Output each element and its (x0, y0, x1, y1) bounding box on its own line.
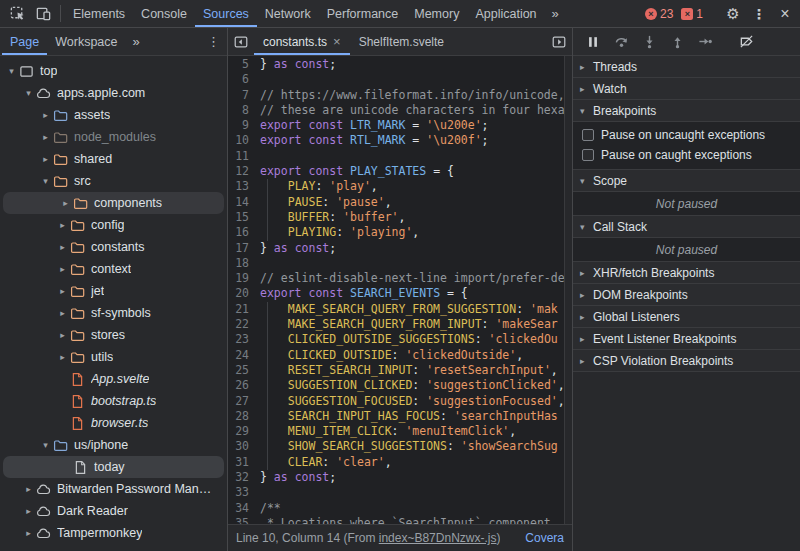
tree-item-context[interactable]: ▸context (0, 258, 227, 280)
line-number[interactable]: 9 (228, 118, 258, 133)
code-line-13[interactable]: 13 PLAY: 'play', (228, 179, 564, 194)
section-dom-breakpoints[interactable]: ▸DOM Breakpoints (573, 284, 800, 306)
code-line-8[interactable]: 8// these are unicode characters in four… (228, 103, 564, 118)
code-line-18[interactable]: 18 (228, 256, 564, 271)
line-number[interactable]: 30 (228, 439, 258, 454)
code-line-20[interactable]: 20export const SEARCH_EVENTS = { (228, 286, 564, 301)
code-line-9[interactable]: 9export const LTR_MARK = '\u200e'; (228, 118, 564, 133)
code-editor[interactable]: 5} as const;67// https://www.fileformat.… (228, 56, 572, 524)
line-number[interactable]: 19 (228, 271, 258, 286)
file-tab-constants-ts[interactable]: constants.ts× (254, 28, 350, 55)
code-line-30[interactable]: 30 SHOW_SEARCH_SUGGESTIONS: 'showSearchS… (228, 439, 564, 454)
code-line-22[interactable]: 22 MAKE_SEARCH_QUERY_FROM_INPUT: 'makeSe… (228, 317, 564, 332)
close-tab-icon[interactable]: × (333, 34, 341, 49)
settings-gear-icon[interactable]: ⚙ (720, 5, 746, 23)
code-line-10[interactable]: 10export const RTL_MARK = '\u200f'; (228, 133, 564, 148)
tree-item-utils[interactable]: ▸utils (0, 346, 227, 368)
device-toolbar-icon[interactable] (30, 0, 56, 27)
code-line-29[interactable]: 29 MENU_ITEM_CLICK: 'menuItemClick', (228, 424, 564, 439)
line-number[interactable]: 20 (228, 286, 258, 301)
line-number[interactable]: 5 (228, 57, 258, 72)
line-number[interactable]: 31 (228, 455, 258, 470)
tree-item-constants[interactable]: ▸constants (0, 236, 227, 258)
code-line-23[interactable]: 23 CLICKED_OUTSIDE_SUGGESTIONS: 'clicked… (228, 332, 564, 347)
deactivate-breakpoints-icon[interactable] (734, 31, 758, 53)
code-line-5[interactable]: 5} as const; (228, 57, 564, 72)
code-line-6[interactable]: 6 (228, 72, 564, 87)
line-number[interactable]: 13 (228, 179, 258, 194)
tree-item-bootstrap-ts[interactable]: bootstrap.ts (0, 390, 227, 412)
pause-script-icon[interactable] (581, 31, 605, 53)
tree-item-app-svelte[interactable]: App.svelte (0, 368, 227, 390)
line-number[interactable]: 6 (228, 72, 258, 87)
section-csp-violation-breakpoints[interactable]: ▸CSP Violation Breakpoints (573, 350, 800, 372)
close-devtools-icon[interactable]: × (772, 5, 798, 23)
tree-item-us-iphone[interactable]: ▾us/iphone (0, 434, 227, 456)
more-panels-button[interactable]: » (545, 0, 566, 27)
file-tab-shelfitem-svelte[interactable]: ShelfItem.svelte (350, 28, 453, 55)
code-line-28[interactable]: 28 SEARCH_INPUT_HAS_FOCUS: 'searchInputH… (228, 409, 564, 424)
tab-sources[interactable]: Sources (195, 0, 257, 27)
source-map-link[interactable]: index~B87DnNzwx-.js (379, 531, 497, 545)
tree-item-components[interactable]: ▸components (3, 192, 224, 214)
tree-item-apps-apple-com[interactable]: ▾apps.apple.com (0, 82, 227, 104)
navigator-tab-workspace[interactable]: Workspace (47, 28, 125, 55)
line-number[interactable]: 21 (228, 302, 258, 317)
line-number[interactable]: 11 (228, 149, 258, 164)
line-number[interactable]: 28 (228, 409, 258, 424)
line-number[interactable]: 17 (228, 241, 258, 256)
tree-item-tampermonkey[interactable]: ▸Tampermonkey (0, 522, 227, 544)
code-line-12[interactable]: 12export const PLAY_STATES = { (228, 164, 564, 179)
code-line-26[interactable]: 26 SUGGESTION_CLICKED: 'suggestionClicke… (228, 378, 564, 393)
navigator-menu-icon[interactable]: ⋮ (200, 28, 227, 55)
tree-item-shared[interactable]: ▸shared (0, 148, 227, 170)
line-number[interactable]: 32 (228, 470, 258, 485)
checkbox-pause-on-uncaught-exceptions[interactable]: Pause on uncaught exceptions (573, 125, 800, 145)
tab-memory[interactable]: Memory (406, 0, 467, 27)
line-number[interactable]: 8 (228, 103, 258, 118)
line-number[interactable]: 26 (228, 378, 258, 393)
code-line-31[interactable]: 31 CLEAR: 'clear', (228, 455, 564, 470)
line-number[interactable]: 15 (228, 210, 258, 225)
tree-item-bitwarden-password-man[interactable]: ▸Bitwarden Password Man… (0, 478, 227, 500)
navigator-tab-page[interactable]: Page (2, 28, 47, 55)
line-number[interactable]: 23 (228, 332, 258, 347)
step-icon[interactable] (693, 31, 717, 53)
inspect-element-icon[interactable] (4, 0, 30, 27)
code-line-34[interactable]: 34/** (228, 501, 564, 516)
step-over-icon[interactable] (609, 31, 633, 53)
code-line-14[interactable]: 14 PAUSE: 'pause', (228, 195, 564, 210)
code-line-32[interactable]: 32} as const; (228, 470, 564, 485)
section-call-stack[interactable]: ▾Call Stack (573, 216, 800, 238)
tree-item-dark-reader[interactable]: ▸Dark Reader (0, 500, 227, 522)
tree-item-stores[interactable]: ▸stores (0, 324, 227, 346)
tree-item-assets[interactable]: ▸assets (0, 104, 227, 126)
tree-item-today[interactable]: today (3, 456, 224, 478)
code-line-21[interactable]: 21 MAKE_SEARCH_QUERY_FROM_SUGGESTION: 'm… (228, 302, 564, 317)
error-badge[interactable]: × 23 (645, 7, 673, 21)
line-number[interactable]: 22 (228, 317, 258, 332)
code-line-19[interactable]: 19// eslint-disable-next-line import/pre… (228, 271, 564, 286)
line-number[interactable]: 27 (228, 394, 258, 409)
tab-performance[interactable]: Performance (319, 0, 407, 27)
code-line-17[interactable]: 17} as const; (228, 241, 564, 256)
line-number[interactable]: 34 (228, 501, 258, 516)
step-out-icon[interactable] (665, 31, 689, 53)
tab-elements[interactable]: Elements (65, 0, 133, 27)
tab-application[interactable]: Application (467, 0, 544, 27)
section-event-listener-breakpoints[interactable]: ▸Event Listener Breakpoints (573, 328, 800, 350)
code-line-35[interactable]: 35 * Locations where `SearchInput` compo… (228, 516, 564, 524)
line-number[interactable]: 16 (228, 225, 258, 240)
line-number[interactable]: 14 (228, 195, 258, 210)
issues-badge[interactable]: × 1 (681, 7, 703, 21)
tree-item-sf-symbols[interactable]: ▸sf-symbols (0, 302, 227, 324)
tree-item-browser-ts[interactable]: browser.ts (0, 412, 227, 434)
tree-item-node-modules[interactable]: ▸node_modules (0, 126, 227, 148)
code-line-27[interactable]: 27 SUGGESTION_FOCUSED: 'suggestionFocuse… (228, 394, 564, 409)
code-line-24[interactable]: 24 CLICKED_OUTSIDE: 'clickedOutside', (228, 348, 564, 363)
line-number[interactable]: 12 (228, 164, 258, 179)
code-line-15[interactable]: 15 BUFFER: 'buffer', (228, 210, 564, 225)
section-global-listeners[interactable]: ▸Global Listeners (573, 306, 800, 328)
tab-console[interactable]: Console (133, 0, 195, 27)
step-into-icon[interactable] (637, 31, 661, 53)
